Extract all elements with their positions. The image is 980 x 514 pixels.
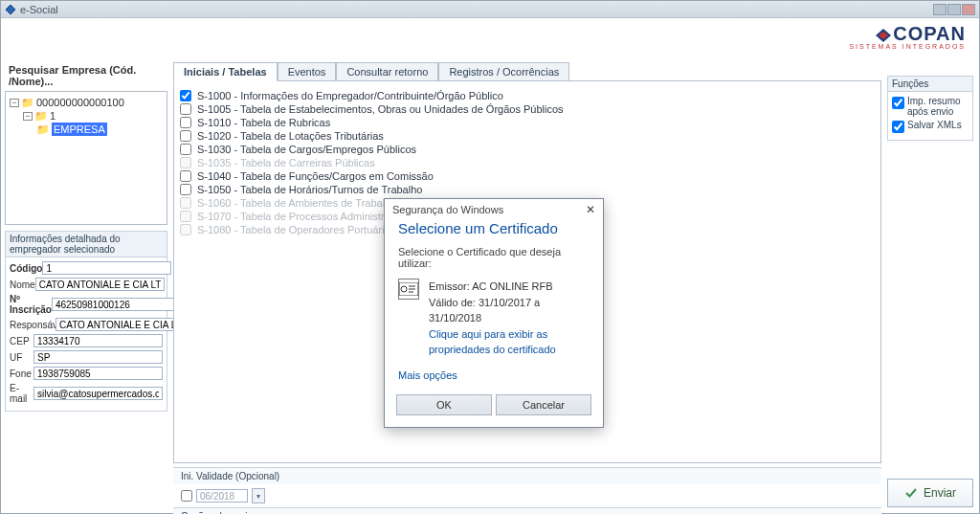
cancel-button[interactable]: Cancelar [496, 394, 591, 415]
dialog-heading: Selecione um Certificado [385, 220, 603, 242]
tab-iniciais[interactable]: Iniciais / Tabelas [173, 62, 278, 81]
employer-details: Código Nome Nº Inscrição Responsável CEP… [5, 257, 167, 412]
event-check-s1020[interactable] [180, 130, 191, 142]
codigo-field[interactable] [42, 261, 171, 275]
responsavel-field[interactable] [56, 318, 185, 331]
tab-eventos[interactable]: Eventos [278, 62, 337, 81]
dialog-prompt: Selecione o Certificado que deseja utili… [385, 242, 603, 279]
tab-registros[interactable]: Registros / Ocorrências [438, 62, 569, 81]
search-label: Pesquisar Empresa (Cód. /Nome)... [5, 64, 167, 87]
email-field[interactable] [33, 387, 163, 400]
main-tabs: Iniciais / Tabelas Eventos Consultar ret… [173, 62, 881, 81]
fn-imp-resumo[interactable] [892, 97, 904, 109]
svg-marker-0 [6, 5, 15, 14]
certificate-item[interactable]: Emissor: AC ONLINE RFB Válido de: 31/10/… [385, 279, 603, 358]
close-button[interactable] [962, 4, 975, 15]
event-check-s1010[interactable] [180, 117, 191, 128]
event-check-s1080 [180, 224, 191, 235]
inscricao-field[interactable] [52, 298, 181, 311]
validade-dropdown[interactable]: ▾ [252, 488, 265, 503]
send-button[interactable]: Enviar [887, 479, 973, 507]
validade-header: Ini. Validade (Opcional) [173, 467, 881, 484]
dialog-title: Segurança do Windows [392, 204, 503, 215]
app-icon [5, 4, 16, 15]
brand-logo: COPAN SISTEMAS INTEGRADOS [849, 24, 966, 50]
functions-header: Funções [887, 76, 973, 91]
minimize-button[interactable] [933, 4, 947, 15]
more-options-link[interactable]: Mais opções [385, 358, 603, 387]
maximize-button[interactable] [947, 4, 961, 15]
certificate-dialog: Segurança do Windows ✕ Selecione um Cert… [384, 198, 604, 428]
company-tree[interactable]: −📁000000000000100 −📁1 📁EMPRESA [5, 91, 167, 225]
ok-button[interactable]: OK [396, 394, 492, 415]
titlebar: e-Social [1, 1, 979, 18]
details-header: Informações detalhada do empregador sele… [5, 231, 167, 257]
event-check-s1030[interactable] [180, 144, 191, 155]
fone-field[interactable] [33, 367, 163, 380]
event-check-s1005[interactable] [180, 103, 191, 115]
certificate-icon [398, 279, 419, 300]
tree-item-selected[interactable]: EMPRESA [52, 123, 107, 136]
event-check-s1000[interactable] [180, 90, 191, 101]
app-window: e-Social COPAN SISTEMAS INTEGRADOS Pesqu… [0, 0, 980, 514]
cep-field[interactable] [33, 334, 163, 347]
validade-field[interactable] [196, 489, 248, 503]
event-check-s1060 [180, 197, 191, 209]
nome-field[interactable] [35, 278, 165, 291]
tab-consultar[interactable]: Consultar retorno [336, 62, 438, 81]
certificate-properties-link[interactable]: Clique aqui para exibir as propriedades … [429, 326, 590, 358]
fn-salvar-xml[interactable] [892, 121, 904, 133]
event-check-s1050[interactable] [180, 184, 191, 195]
dialog-close-button[interactable]: ✕ [586, 203, 595, 216]
envio-header: Opções de envio [173, 508, 881, 514]
window-title: e-Social [20, 4, 58, 15]
uf-field[interactable] [33, 350, 163, 364]
svg-point-4 [401, 286, 407, 292]
validade-check[interactable] [181, 490, 192, 502]
event-check-s1070 [180, 211, 191, 222]
check-icon [904, 486, 918, 500]
event-check-s1035 [180, 157, 191, 168]
event-check-s1040[interactable] [180, 170, 191, 182]
